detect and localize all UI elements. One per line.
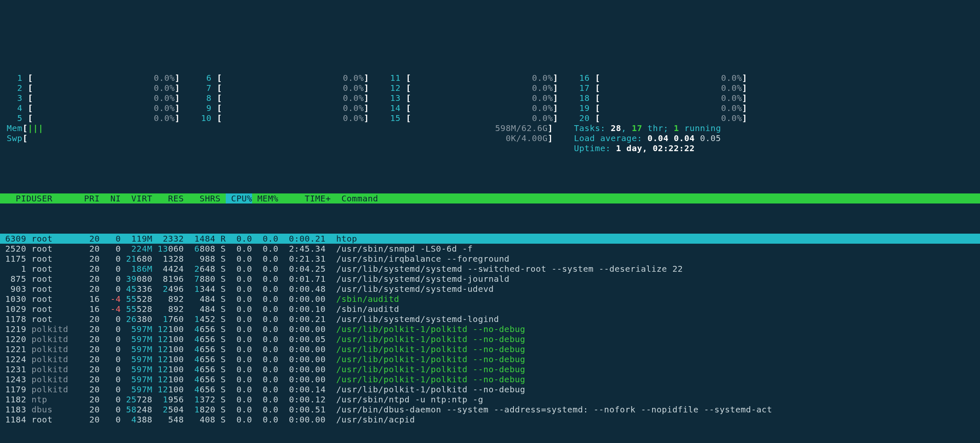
col-s[interactable]: S xyxy=(215,193,226,203)
cell-cpu: 0.0 xyxy=(226,374,252,384)
cpu-pct: 0.0% xyxy=(33,103,175,113)
cell-state: S xyxy=(215,244,226,254)
table-row[interactable]: 1182 ntp 20 0 25728 1956 1372 S 0.0 0.0 … xyxy=(0,394,980,404)
table-row[interactable]: 1 root 20 0 186M 4424 2648 S 0.0 0.0 0:0… xyxy=(0,264,980,274)
cpu-number: 1 xyxy=(7,73,28,83)
cell-pri: 16 xyxy=(79,304,100,314)
cell-command: /usr/sbin/acpid xyxy=(336,415,415,425)
cell-user: ntp xyxy=(31,394,79,404)
cell-user: polkitd xyxy=(31,384,79,394)
cell-user: polkitd xyxy=(31,364,79,374)
cell-pri: 20 xyxy=(79,404,100,415)
meters-panel: 1 [ 0.0%] 6 [ 0.0%] 11 [ 0.0%] 16 [ 0.0%… xyxy=(0,70,980,163)
cell-user: root xyxy=(31,304,79,314)
cell-ni: 0 xyxy=(100,264,121,274)
table-row[interactable]: 875 root 20 0 39080 8196 7880 S 0.0 0.0 … xyxy=(0,274,980,284)
table-row[interactable]: 2520 root 20 0 224M 13060 6808 S 0.0 0.0… xyxy=(0,244,980,254)
table-row[interactable]: 1179 polkitd 20 0 597M 12100 4656 S 0.0 … xyxy=(0,384,980,394)
table-row[interactable]: 1030 root 16 -4 55528 892 484 S 0.0 0.0 … xyxy=(0,294,980,304)
cell-time: 0:00.14 xyxy=(279,384,326,394)
col-pri[interactable]: PRI xyxy=(79,193,100,203)
cpu-pct: 0.0% xyxy=(600,83,742,93)
cell-user: dbus xyxy=(31,404,79,415)
cell-pid: 1243 xyxy=(0,374,26,384)
cell-cpu: 0.0 xyxy=(226,364,252,374)
table-row[interactable]: 1224 polkitd 20 0 597M 12100 4656 S 0.0 … xyxy=(0,354,980,364)
cell-mem: 0.0 xyxy=(252,374,279,384)
table-row[interactable]: 1029 root 16 -4 55528 892 484 S 0.0 0.0 … xyxy=(0,304,980,314)
cell-cpu: 0.0 xyxy=(226,254,252,264)
load-5: 0.04 xyxy=(674,133,700,143)
cell-user: polkitd xyxy=(31,344,79,354)
tasks-total: 28 xyxy=(611,123,621,133)
cell-time: 0:00.21 xyxy=(279,314,326,324)
cell-user: root xyxy=(31,264,79,274)
load-1: 0.04 xyxy=(647,133,674,143)
table-row[interactable]: 1220 polkitd 20 0 597M 12100 4656 S 0.0 … xyxy=(0,334,980,344)
table-row[interactable]: 1219 polkitd 20 0 597M 12100 4656 S 0.0 … xyxy=(0,324,980,334)
table-row[interactable]: 1221 polkitd 20 0 597M 12100 4656 S 0.0 … xyxy=(0,344,980,354)
cell-mem: 0.0 xyxy=(252,324,279,334)
col-res[interactable]: RES xyxy=(152,193,184,203)
cpu-pct: 0.0% xyxy=(222,103,364,113)
cpu-number: 8 xyxy=(196,93,217,103)
load-15: 0.05 xyxy=(700,133,721,143)
cell-pri: 20 xyxy=(79,314,100,324)
cell-ni: 0 xyxy=(100,384,121,394)
table-row[interactable]: 1231 polkitd 20 0 597M 12100 4656 S 0.0 … xyxy=(0,364,980,374)
col-pid[interactable]: PID xyxy=(0,193,31,203)
cpu-number: 19 xyxy=(574,103,595,113)
cpu-pct: 0.0% xyxy=(600,73,742,83)
cell-pri: 20 xyxy=(79,394,100,404)
table-row[interactable]: 1178 root 20 0 26380 1760 1452 S 0.0 0.0… xyxy=(0,314,980,324)
table-row[interactable]: 1243 polkitd 20 0 597M 12100 4656 S 0.0 … xyxy=(0,374,980,384)
cell-pri: 20 xyxy=(79,384,100,394)
cell-pid: 2520 xyxy=(0,244,26,254)
cell-state: S xyxy=(215,264,226,274)
cell-cpu: 0.0 xyxy=(226,244,252,254)
cell-command: /usr/lib/polkit-1/polkitd --no-debug xyxy=(336,384,525,394)
meter-value: 598M/62.6G xyxy=(495,123,547,133)
cell-time: 0:00.00 xyxy=(279,354,326,364)
col-virt[interactable]: VIRT xyxy=(121,193,152,203)
cell-pid: 1184 xyxy=(0,415,26,425)
table-row[interactable]: 1175 root 20 0 21680 1328 988 S 0.0 0.0 … xyxy=(0,254,980,264)
load-label: Load average: xyxy=(574,133,647,143)
tasks-running: 1 xyxy=(674,123,679,133)
col-time[interactable]: TIME+ xyxy=(279,193,331,203)
cpu-number: 7 xyxy=(196,83,217,93)
col-cpu[interactable]: CPU% xyxy=(226,193,252,203)
cell-command: /usr/lib/polkit-1/polkitd --no-debug xyxy=(336,354,525,364)
table-row[interactable]: 6309 root 20 0 119M 2332 1484 R 0.0 0.0 … xyxy=(0,234,980,244)
cell-ni: 0 xyxy=(100,415,121,425)
cell-state: S xyxy=(215,314,226,324)
col-user[interactable]: USER xyxy=(31,193,79,203)
process-table[interactable]: 6309 root 20 0 119M 2332 1484 R 0.0 0.0 … xyxy=(0,234,980,425)
cpu-pct: 0.0% xyxy=(222,83,364,93)
cell-user: root xyxy=(31,234,79,244)
cell-ni: 0 xyxy=(100,324,121,334)
col-mem[interactable]: MEM% xyxy=(252,193,279,203)
cell-pid: 1219 xyxy=(0,324,26,334)
cell-pid: 1183 xyxy=(0,404,26,415)
cell-pid: 1221 xyxy=(0,344,26,354)
cell-time: 0:00.00 xyxy=(279,294,326,304)
col-command[interactable]: Command xyxy=(331,193,378,203)
cell-cpu: 0.0 xyxy=(226,334,252,344)
process-table-header[interactable]: PIDUSER PRI NI VIRT RES SHRS CPU% MEM% T… xyxy=(0,193,980,203)
cpu-pct: 0.0% xyxy=(33,113,175,123)
table-row[interactable]: 903 root 20 0 45336 2496 1344 S 0.0 0.0 … xyxy=(0,284,980,294)
table-row[interactable]: 1184 root 20 0 4388 548 408 S 0.0 0.0 0:… xyxy=(0,415,980,425)
table-row[interactable]: 1183 dbus 20 0 58248 2504 1820 S 0.0 0.0… xyxy=(0,404,980,415)
cpu-pct: 0.0% xyxy=(600,93,742,103)
col-ni[interactable]: NI xyxy=(100,193,121,203)
cell-command: /usr/lib/polkit-1/polkitd --no-debug xyxy=(336,324,525,334)
cell-user: root xyxy=(31,254,79,264)
cpu-pct: 0.0% xyxy=(411,73,553,83)
cell-time: 0:00.00 xyxy=(279,364,326,374)
cell-cpu: 0.0 xyxy=(226,264,252,274)
col-shr[interactable]: SHR xyxy=(184,193,215,203)
cell-pid: 1179 xyxy=(0,384,26,394)
cell-cpu: 0.0 xyxy=(226,394,252,404)
cpu-number: 3 xyxy=(7,93,28,103)
